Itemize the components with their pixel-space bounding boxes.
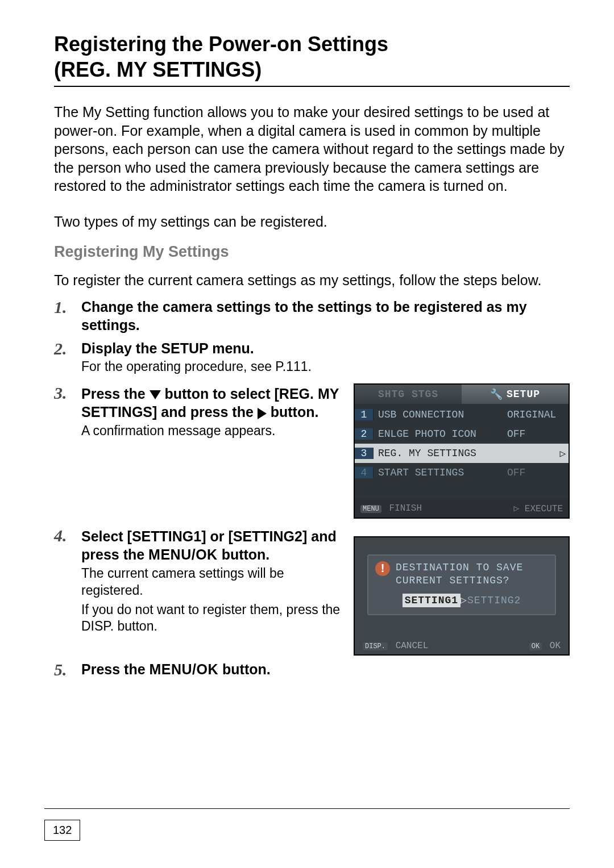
steps-list: Change the camera settings to the settin… [54, 298, 570, 679]
lcd2-cancel-label: CANCEL [396, 641, 429, 651]
lcd2-footer: DISP. CANCEL OK OK [355, 641, 569, 651]
step-2-text: For the operating procedure, see P.111. [81, 358, 570, 375]
manual-page: Registering the Power-on Settings (REG. … [0, 0, 614, 868]
lcd-menu-key-icon: MENU [360, 505, 381, 513]
lcd-row-3-selected: 3 REG. MY SETTINGS ▷ [355, 444, 569, 463]
lcd2-separator-icon: ▷ [460, 595, 467, 606]
lcd2-buttons: SETTING1▷SETTING2 [375, 594, 548, 606]
lcd2-ok-label: OK [550, 641, 561, 651]
lcd-tab-shtg-stgs: SHTG STGS [355, 385, 462, 404]
lcd2-msg-line2: CURRENT SETTINGS? [396, 575, 510, 586]
lcd-row-2: 2 ENLGE PHOTO ICON OFF [355, 424, 569, 444]
step-4: Select [SETTING1] or [SETTING2] and pres… [54, 526, 570, 656]
step-5-title-a: Press the [81, 661, 150, 677]
lcd-row-1-num: 1 [355, 409, 374, 420]
step-3-title: Press the button to select [REG. MY SETT… [81, 385, 343, 422]
footer-rule [44, 808, 570, 809]
camera-lcd-confirm-dialog: ! DESTINATION TO SAVE CURRENT SETTINGS? … [354, 536, 570, 656]
title-line-2: (REG. MY SETTINGS) [54, 58, 262, 81]
lcd-row-4-value: OFF [507, 467, 569, 478]
lcd-row-4-num: 4 [355, 467, 374, 478]
step-4-title-b: button. [222, 546, 270, 562]
lcd-finish-label: FINISH [389, 503, 422, 514]
lcd2-disp-key-icon: DISP. [363, 642, 388, 650]
lcd-row-3-label: REG. MY SETTINGS [374, 448, 557, 459]
step-4-text-1: The current camera settings will be regi… [81, 565, 343, 599]
step-4-menuok: MENU/OK [148, 546, 218, 562]
lcd-footer: MENU FINISH ▷ EXECUTE [355, 499, 569, 518]
lcd-row-2-num: 2 [355, 428, 374, 440]
lcd-row-3-num: 3 [355, 448, 374, 459]
lcd-row-3-arrow-icon: ▷ [557, 447, 569, 460]
lcd-row-1: 1 USB CONNECTION ORIGINAL [355, 405, 569, 424]
step-1-title: Change the camera settings to the settin… [81, 298, 570, 335]
page-title: Registering the Power-on Settings (REG. … [54, 31, 570, 82]
lcd-row-4: 4 START SETTINGS OFF [355, 463, 569, 482]
step-2-title: Display the SETUP menu. [81, 339, 570, 358]
down-arrow-icon [150, 390, 161, 399]
lcd2-setting1-option: SETTING1 [403, 594, 460, 607]
step-3-title-a: Press the [81, 386, 150, 402]
lcd2-footer-right: OK OK [529, 641, 561, 651]
lcd-execute-arrow-icon: ▷ [514, 504, 525, 514]
lcd-tab-shtg-label: SHTG STGS [378, 389, 438, 400]
lcd-footer-left: MENU FINISH [360, 503, 422, 514]
step-3-text: A confirmation message appears. [81, 423, 343, 440]
lcd-row-2-value: OFF [507, 428, 569, 440]
lcd-execute-label: EXECUTE [525, 504, 563, 514]
lcd-row-4-label: START SETTINGS [374, 467, 507, 478]
title-line-1: Registering the Power-on Settings [54, 32, 388, 56]
lcd-tabs: SHTG STGS 🔧 SETUP [355, 385, 569, 404]
step-3: Press the button to select [REG. MY SETT… [54, 383, 570, 521]
lcd-footer-right: ▷ EXECUTE [514, 503, 563, 514]
camera-lcd-setup-menu: SHTG STGS 🔧 SETUP 1 USB CONNECTION [354, 383, 570, 519]
step-5-title-b: button. [222, 661, 271, 677]
lcd2-message: DESTINATION TO SAVE CURRENT SETTINGS? [396, 561, 523, 588]
lcd2-footer-left: DISP. CANCEL [363, 641, 428, 651]
lcd-row-1-label: USB CONNECTION [374, 409, 507, 420]
step-1: Change the camera settings to the settin… [54, 298, 570, 335]
lcd2-msg-line1: DESTINATION TO SAVE [396, 562, 523, 573]
intro-paragraph: The My Setting function allows you to ma… [54, 103, 570, 195]
lcd-tab-setup-label: SETUP [507, 389, 540, 400]
lcd-tab-setup: 🔧 SETUP [462, 385, 569, 404]
lcd2-panel: ! DESTINATION TO SAVE CURRENT SETTINGS? … [367, 554, 556, 615]
step-5: Press the MENU/OK button. [54, 660, 570, 679]
title-underline [54, 86, 570, 87]
step-4-title: Select [SETTING1] or [SETTING2] and pres… [81, 527, 343, 564]
step-5-menuok: MENU/OK [150, 661, 219, 677]
alert-icon: ! [375, 561, 390, 576]
lcd2-ok-key-icon: OK [529, 642, 542, 650]
section-subhead: Registering My Settings [54, 243, 570, 261]
lcd-row-2-label: ENLGE PHOTO ICON [374, 428, 507, 440]
step-3-title-c: button. [271, 404, 319, 420]
lcd-body: 1 USB CONNECTION ORIGINAL 2 ENLGE PHOTO … [355, 404, 569, 499]
step-5-title: Press the MENU/OK button. [81, 660, 570, 679]
step-2: Display the SETUP menu. For the operatin… [54, 339, 570, 375]
lcd-row-1-value: ORIGINAL [507, 409, 569, 420]
step-4-text-2: If you do not want to register them, pre… [81, 602, 343, 636]
right-arrow-icon [258, 408, 267, 419]
intro-paragraph-2: Two types of my settings can be register… [54, 212, 570, 231]
page-number: 132 [44, 820, 80, 841]
section-intro: To register the current camera settings … [54, 271, 570, 290]
wrench-icon: 🔧 [490, 388, 503, 400]
lcd2-setting2-option: SETTING2 [467, 595, 521, 606]
